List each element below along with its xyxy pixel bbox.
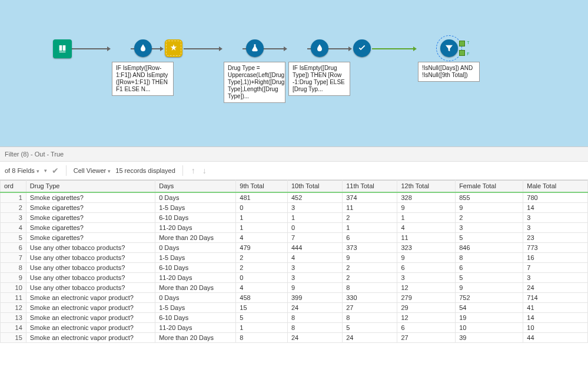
- table-cell[interactable]: More than 20 Days: [155, 282, 236, 292]
- table-cell[interactable]: 714: [523, 292, 588, 302]
- table-row[interactable]: 3Smoke cigarettes?6-10 Days112123: [1, 212, 588, 222]
- table-cell[interactable]: 14: [523, 202, 588, 212]
- table-cell[interactable]: 6: [343, 232, 397, 242]
- table-cell[interactable]: Smoke cigarettes?: [26, 202, 155, 212]
- select-node[interactable]: [353, 39, 371, 57]
- col-header[interactable]: 11th Total: [343, 181, 397, 192]
- table-cell[interactable]: 1-5 Days: [155, 202, 236, 212]
- table-row[interactable]: 6Use any other tobacco products?0 Days47…: [1, 242, 588, 252]
- table-cell[interactable]: 4: [236, 282, 288, 292]
- table-cell[interactable]: 0 Days: [155, 292, 236, 302]
- table-cell[interactable]: 1: [236, 212, 288, 222]
- table-cell[interactable]: 1: [236, 222, 288, 232]
- table-cell[interactable]: 6: [397, 262, 456, 272]
- table-cell[interactable]: 3: [456, 222, 523, 232]
- table-row[interactable]: 8Use any other tobacco products?6-10 Day…: [1, 262, 588, 272]
- table-cell[interactable]: 6-10 Days: [155, 312, 236, 322]
- table-cell[interactable]: 0 Days: [155, 242, 236, 252]
- table-cell[interactable]: 8: [288, 322, 343, 332]
- filter-node[interactable]: T F !IsNull([Days]) AND !IsNull([9th Tot…: [418, 39, 480, 82]
- table-cell[interactable]: 14: [523, 312, 588, 322]
- table-cell[interactable]: 12: [397, 312, 456, 322]
- table-cell[interactable]: 458: [236, 292, 288, 302]
- table-cell[interactable]: 3: [523, 272, 588, 282]
- input-tool-node[interactable]: [53, 39, 72, 58]
- table-cell[interactable]: Smoke cigarettes?: [26, 212, 155, 222]
- table-cell[interactable]: 444: [288, 242, 343, 252]
- table-cell[interactable]: 780: [523, 192, 588, 203]
- table-cell[interactable]: 846: [456, 242, 523, 252]
- table-cell[interactable]: 5: [236, 312, 288, 322]
- table-cell[interactable]: 24: [288, 302, 343, 312]
- col-header[interactable]: Female Total: [456, 181, 523, 192]
- table-cell[interactable]: 1: [397, 212, 456, 222]
- table-cell[interactable]: 3: [288, 202, 343, 212]
- table-cell[interactable]: 328: [397, 192, 456, 203]
- table-cell[interactable]: 8: [456, 252, 523, 262]
- table-cell[interactable]: 8: [288, 312, 343, 322]
- table-row[interactable]: 5Smoke cigarettes?More than 20 Days47611…: [1, 232, 588, 242]
- up-arrow-button[interactable]: ↑: [190, 166, 197, 175]
- table-cell[interactable]: Use any other tobacco products?: [26, 252, 155, 262]
- table-cell[interactable]: Smoke cigarettes?: [26, 222, 155, 232]
- col-header[interactable]: 9th Total: [236, 181, 288, 192]
- formula-node[interactable]: Drug Type = Uppercase(Left([Drug Type],1…: [224, 39, 285, 103]
- table-cell[interactable]: 4: [288, 252, 343, 262]
- table-cell[interactable]: 5: [456, 232, 523, 242]
- table-cell[interactable]: 1: [288, 212, 343, 222]
- table-cell[interactable]: 2: [456, 212, 523, 222]
- table-cell[interactable]: Smoke an electronic vapor product?: [26, 312, 155, 322]
- table-cell[interactable]: 5: [343, 322, 397, 332]
- table-cell[interactable]: 6-10 Days: [155, 212, 236, 222]
- table-cell[interactable]: 7: [288, 232, 343, 242]
- table-cell[interactable]: 19: [456, 312, 523, 322]
- table-cell[interactable]: 3: [523, 222, 588, 232]
- table-cell[interactable]: 2: [343, 212, 397, 222]
- table-cell[interactable]: 9: [343, 252, 397, 262]
- table-cell[interactable]: Use any other tobacco products?: [26, 242, 155, 252]
- table-cell[interactable]: 4: [397, 222, 456, 232]
- table-cell[interactable]: 3: [397, 272, 456, 282]
- table-cell[interactable]: 24: [343, 332, 397, 342]
- table-cell[interactable]: Smoke an electronic vapor product?: [26, 322, 155, 332]
- table-cell[interactable]: 1: [343, 222, 397, 232]
- table-cell[interactable]: 5: [456, 272, 523, 282]
- multirow-formula-node-2[interactable]: IF IsEmpty([Drug Type]) THEN [Row -1:Dru…: [288, 39, 350, 96]
- table-cell[interactable]: 29: [397, 302, 456, 312]
- table-cell[interactable]: Smoke an electronic vapor product?: [26, 292, 155, 302]
- table-cell[interactable]: 323: [397, 242, 456, 252]
- table-row[interactable]: 11Smoke an electronic vapor product?0 Da…: [1, 292, 588, 302]
- table-cell[interactable]: 3: [288, 262, 343, 272]
- table-cell[interactable]: 0: [288, 222, 343, 232]
- table-cell[interactable]: 11: [397, 232, 456, 242]
- table-cell[interactable]: Smoke an electronic vapor product?: [26, 332, 155, 342]
- table-cell[interactable]: 10: [523, 322, 588, 332]
- table-cell[interactable]: 9: [456, 202, 523, 212]
- table-cell[interactable]: 2: [343, 262, 397, 272]
- table-row[interactable]: 15Smoke an electronic vapor product?More…: [1, 332, 588, 342]
- rownum-header[interactable]: ord: [1, 181, 26, 192]
- table-cell[interactable]: 6: [397, 322, 456, 332]
- table-cell[interactable]: 0: [236, 272, 288, 282]
- table-cell[interactable]: 15: [236, 302, 288, 312]
- table-cell[interactable]: 0: [236, 202, 288, 212]
- table-cell[interactable]: Use any other tobacco products?: [26, 262, 155, 272]
- table-row[interactable]: 13Smoke an electronic vapor product?6-10…: [1, 312, 588, 322]
- table-cell[interactable]: 8: [236, 332, 288, 342]
- table-cell[interactable]: 374: [343, 192, 397, 203]
- table-cell[interactable]: 39: [456, 332, 523, 342]
- col-header[interactable]: Drug Type: [26, 181, 155, 192]
- table-row[interactable]: 4Smoke cigarettes?11-20 Days101433: [1, 222, 588, 232]
- table-cell[interactable]: 479: [236, 242, 288, 252]
- table-cell[interactable]: More than 20 Days: [155, 332, 236, 342]
- table-cell[interactable]: 1-5 Days: [155, 252, 236, 262]
- table-cell[interactable]: 2: [236, 262, 288, 272]
- table-cell[interactable]: 16: [523, 252, 588, 262]
- table-cell[interactable]: 44: [523, 332, 588, 342]
- table-cell[interactable]: 11-20 Days: [155, 272, 236, 282]
- table-cell[interactable]: Smoke an electronic vapor product?: [26, 302, 155, 312]
- table-cell[interactable]: 6-10 Days: [155, 262, 236, 272]
- table-cell[interactable]: 54: [456, 302, 523, 312]
- table-row[interactable]: 9Use any other tobacco products?11-20 Da…: [1, 272, 588, 282]
- cell-viewer-dropdown[interactable]: Cell Viewer ▾: [74, 167, 111, 174]
